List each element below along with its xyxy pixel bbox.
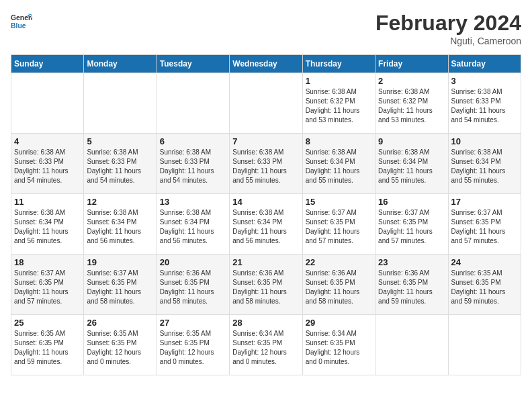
- day-info: Sunrise: 6:38 AM Sunset: 6:33 PM Dayligh…: [232, 148, 299, 185]
- day-info: Sunrise: 6:38 AM Sunset: 6:32 PM Dayligh…: [306, 87, 372, 125]
- calendar-cell: 10Sunrise: 6:38 AM Sunset: 6:34 PM Dayli…: [448, 134, 521, 194]
- calendar-cell: 11Sunrise: 6:38 AM Sunset: 6:34 PM Dayli…: [11, 194, 84, 255]
- day-info: Sunrise: 6:38 AM Sunset: 6:34 PM Dayligh…: [232, 208, 299, 246]
- calendar-week-row: 1Sunrise: 6:38 AM Sunset: 6:32 PM Daylig…: [11, 73, 521, 134]
- day-number: 20: [160, 257, 226, 267]
- day-header-tuesday: Tuesday: [157, 55, 229, 73]
- calendar-week-row: 4Sunrise: 6:38 AM Sunset: 6:33 PM Daylig…: [11, 134, 521, 194]
- calendar-cell: 9Sunrise: 6:38 AM Sunset: 6:34 PM Daylig…: [375, 134, 448, 194]
- day-info: Sunrise: 6:38 AM Sunset: 6:34 PM Dayligh…: [160, 208, 226, 246]
- calendar-cell: 23Sunrise: 6:36 AM Sunset: 6:35 PM Dayli…: [375, 255, 448, 315]
- calendar-cell: 21Sunrise: 6:36 AM Sunset: 6:35 PM Dayli…: [230, 255, 302, 315]
- day-info: Sunrise: 6:36 AM Sunset: 6:35 PM Dayligh…: [232, 269, 299, 306]
- day-number: 23: [378, 257, 445, 267]
- calendar-cell: 20Sunrise: 6:36 AM Sunset: 6:35 PM Dayli…: [157, 255, 229, 315]
- calendar-cell: 12Sunrise: 6:38 AM Sunset: 6:34 PM Dayli…: [84, 194, 157, 255]
- day-header-friday: Friday: [375, 55, 448, 73]
- calendar-cell: [157, 73, 229, 134]
- day-info: Sunrise: 6:38 AM Sunset: 6:34 PM Dayligh…: [87, 208, 153, 246]
- day-number: 24: [451, 257, 518, 267]
- day-number: 25: [14, 318, 81, 328]
- calendar-cell: 17Sunrise: 6:37 AM Sunset: 6:35 PM Dayli…: [448, 194, 521, 255]
- day-number: 19: [87, 257, 153, 267]
- day-info: Sunrise: 6:38 AM Sunset: 6:34 PM Dayligh…: [451, 148, 518, 185]
- day-number: 17: [451, 197, 518, 207]
- day-header-sunday: Sunday: [11, 55, 84, 73]
- day-number: 27: [160, 318, 226, 328]
- calendar-cell: [84, 73, 157, 134]
- calendar-title: February 2024: [375, 11, 521, 36]
- day-info: Sunrise: 6:37 AM Sunset: 6:35 PM Dayligh…: [14, 269, 81, 306]
- day-number: 16: [378, 197, 445, 207]
- calendar-cell: 3Sunrise: 6:38 AM Sunset: 6:33 PM Daylig…: [448, 73, 521, 134]
- calendar-cell: 1Sunrise: 6:38 AM Sunset: 6:32 PM Daylig…: [302, 73, 375, 134]
- day-info: Sunrise: 6:37 AM Sunset: 6:35 PM Dayligh…: [378, 208, 445, 246]
- calendar-week-row: 25Sunrise: 6:35 AM Sunset: 6:35 PM Dayli…: [11, 315, 521, 375]
- day-number: 1: [306, 76, 372, 86]
- day-header-wednesday: Wednesday: [230, 55, 302, 73]
- day-number: 4: [14, 136, 81, 146]
- calendar-table: SundayMondayTuesdayWednesdayThursdayFrid…: [11, 54, 521, 375]
- day-info: Sunrise: 6:35 AM Sunset: 6:35 PM Dayligh…: [87, 329, 153, 367]
- day-number: 15: [306, 197, 372, 207]
- day-info: Sunrise: 6:37 AM Sunset: 6:35 PM Dayligh…: [87, 269, 153, 306]
- day-info: Sunrise: 6:38 AM Sunset: 6:33 PM Dayligh…: [87, 148, 153, 185]
- day-info: Sunrise: 6:36 AM Sunset: 6:35 PM Dayligh…: [160, 269, 226, 306]
- day-info: Sunrise: 6:35 AM Sunset: 6:35 PM Dayligh…: [160, 329, 226, 367]
- calendar-cell: 14Sunrise: 6:38 AM Sunset: 6:34 PM Dayli…: [230, 194, 302, 255]
- day-number: 26: [87, 318, 153, 328]
- day-header-thursday: Thursday: [302, 55, 375, 73]
- day-number: 11: [14, 197, 81, 207]
- calendar-week-row: 18Sunrise: 6:37 AM Sunset: 6:35 PM Dayli…: [11, 255, 521, 315]
- calendar-cell: 19Sunrise: 6:37 AM Sunset: 6:35 PM Dayli…: [84, 255, 157, 315]
- calendar-cell: [230, 73, 302, 134]
- day-info: Sunrise: 6:37 AM Sunset: 6:35 PM Dayligh…: [306, 208, 372, 246]
- calendar-cell: 8Sunrise: 6:38 AM Sunset: 6:34 PM Daylig…: [302, 134, 375, 194]
- calendar-cell: 6Sunrise: 6:38 AM Sunset: 6:33 PM Daylig…: [157, 134, 229, 194]
- calendar-cell: 24Sunrise: 6:35 AM Sunset: 6:35 PM Dayli…: [448, 255, 521, 315]
- day-number: 29: [306, 318, 372, 328]
- calendar-cell: 15Sunrise: 6:37 AM Sunset: 6:35 PM Dayli…: [302, 194, 375, 255]
- day-info: Sunrise: 6:34 AM Sunset: 6:35 PM Dayligh…: [232, 329, 299, 367]
- calendar-cell: 27Sunrise: 6:35 AM Sunset: 6:35 PM Dayli…: [157, 315, 229, 375]
- calendar-cell: [11, 73, 84, 134]
- day-number: 12: [87, 197, 153, 207]
- day-info: Sunrise: 6:38 AM Sunset: 6:33 PM Dayligh…: [160, 148, 226, 185]
- page-header: General Blue February 2024 Nguti, Camero…: [11, 11, 521, 46]
- calendar-week-row: 11Sunrise: 6:38 AM Sunset: 6:34 PM Dayli…: [11, 194, 521, 255]
- calendar-cell: 2Sunrise: 6:38 AM Sunset: 6:32 PM Daylig…: [375, 73, 448, 134]
- day-info: Sunrise: 6:36 AM Sunset: 6:35 PM Dayligh…: [378, 269, 445, 306]
- day-info: Sunrise: 6:38 AM Sunset: 6:33 PM Dayligh…: [14, 148, 81, 185]
- day-info: Sunrise: 6:36 AM Sunset: 6:35 PM Dayligh…: [306, 269, 372, 306]
- day-info: Sunrise: 6:38 AM Sunset: 6:34 PM Dayligh…: [306, 148, 372, 185]
- logo: General Blue: [11, 11, 32, 32]
- calendar-cell: 22Sunrise: 6:36 AM Sunset: 6:35 PM Dayli…: [302, 255, 375, 315]
- day-number: 8: [306, 136, 372, 146]
- day-number: 28: [232, 318, 299, 328]
- day-number: 5: [87, 136, 153, 146]
- day-number: 21: [232, 257, 299, 267]
- calendar-cell: 5Sunrise: 6:38 AM Sunset: 6:33 PM Daylig…: [84, 134, 157, 194]
- day-number: 9: [378, 136, 445, 146]
- day-number: 3: [451, 76, 518, 86]
- day-number: 18: [14, 257, 81, 267]
- day-info: Sunrise: 6:35 AM Sunset: 6:35 PM Dayligh…: [451, 269, 518, 306]
- calendar-cell: 7Sunrise: 6:38 AM Sunset: 6:33 PM Daylig…: [230, 134, 302, 194]
- svg-text:Blue: Blue: [11, 22, 26, 30]
- calendar-cell: 26Sunrise: 6:35 AM Sunset: 6:35 PM Dayli…: [84, 315, 157, 375]
- day-info: Sunrise: 6:38 AM Sunset: 6:32 PM Dayligh…: [378, 87, 445, 125]
- day-number: 2: [378, 76, 445, 86]
- calendar-cell: 13Sunrise: 6:38 AM Sunset: 6:34 PM Dayli…: [157, 194, 229, 255]
- day-number: 14: [232, 197, 299, 207]
- calendar-cell: 16Sunrise: 6:37 AM Sunset: 6:35 PM Dayli…: [375, 194, 448, 255]
- calendar-subtitle: Nguti, Cameroon: [375, 36, 521, 46]
- day-number: 22: [306, 257, 372, 267]
- calendar-header-row: SundayMondayTuesdayWednesdayThursdayFrid…: [11, 55, 521, 73]
- day-number: 10: [451, 136, 518, 146]
- day-info: Sunrise: 6:37 AM Sunset: 6:35 PM Dayligh…: [451, 208, 518, 246]
- day-info: Sunrise: 6:38 AM Sunset: 6:34 PM Dayligh…: [14, 208, 81, 246]
- day-header-monday: Monday: [84, 55, 157, 73]
- day-header-saturday: Saturday: [448, 55, 521, 73]
- logo-icon: General Blue: [11, 11, 32, 32]
- calendar-cell: [375, 315, 448, 375]
